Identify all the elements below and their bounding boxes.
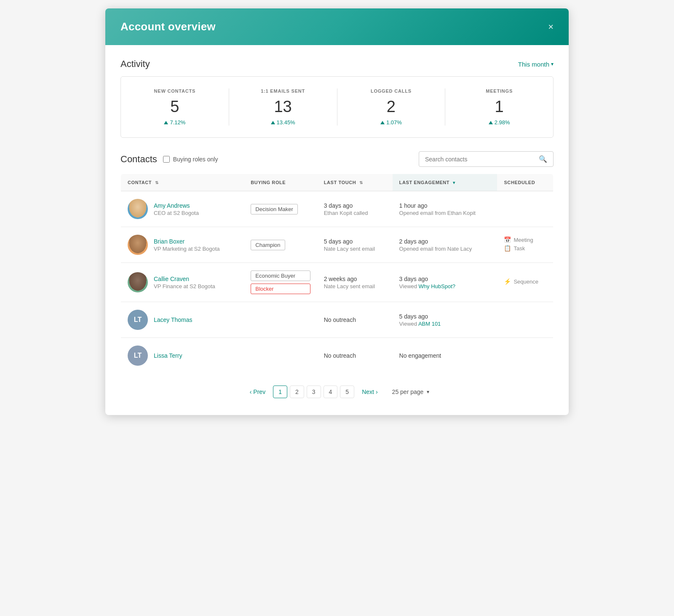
last-touch-lissa: No outreach (317, 338, 393, 374)
page-button-1[interactable]: 1 (273, 386, 287, 398)
page-button-3[interactable]: 3 (307, 386, 321, 398)
last-touch-amy: 3 days ago Ethan Kopit called (317, 191, 393, 227)
task-icon: 📋 (504, 245, 511, 252)
avatar-amy (128, 199, 148, 219)
sort-icon-last-touch: ⇅ (359, 180, 363, 185)
filter-label: This month (518, 61, 549, 68)
up-arrow-icon (271, 121, 275, 124)
sort-icon-last-engagement: ▾ (453, 180, 455, 185)
avatar-callie (128, 272, 148, 292)
next-button[interactable]: Next › (357, 386, 382, 398)
scheduled-brian: 📅 Meeting 📋 Task (497, 227, 553, 263)
metric-value-meetings: 1 (445, 98, 553, 116)
avatar-lissa: LT (128, 345, 148, 366)
metric-label-new-contacts: NEW CONTACTS (121, 88, 229, 94)
metric-label-meetings: MEETINGS (445, 88, 553, 94)
metric-meetings: MEETINGS 1 2.98% (445, 88, 553, 126)
chevron-left-icon: ‹ (250, 388, 252, 395)
contact-title-brian: VP Marketing at S2 Bogota (154, 246, 220, 252)
buying-role-callie: Economic Buyer Blocker (244, 263, 317, 302)
contact-name-lissa[interactable]: Lissa Terry (154, 352, 182, 359)
table-row: LT Lacey Thomas No outreach 5 days ago V… (121, 302, 554, 338)
col-last-touch[interactable]: LAST TOUCH ⇅ (317, 174, 393, 191)
contacts-title-group: Contacts Buying roles only (120, 154, 218, 165)
contact-name-lacey[interactable]: Lacey Thomas (154, 316, 193, 323)
contact-cell-lacey: LT Lacey Thomas (121, 302, 244, 338)
last-engagement-brian: 2 days ago Opened email from Nate Lacy (393, 227, 497, 263)
pagination: ‹ Prev 1 2 3 4 5 Next › 25 per page ▾ (120, 374, 554, 402)
last-engagement-lacey: 5 days ago Viewed ABM 101 (393, 302, 497, 338)
contacts-section-header: Contacts Buying roles only 🔍 (120, 151, 554, 167)
activity-card: NEW CONTACTS 5 7.12% 1:1 EMAILS SENT 13 … (120, 76, 554, 138)
metric-value-logged-calls: 2 (337, 98, 445, 116)
contacts-table: CONTACT ⇅ BUYING ROLE LAST TOUCH ⇅ LAST … (120, 174, 554, 374)
table-row: LT Lissa Terry No outreach No engagement (121, 338, 554, 374)
contact-cell-brian: Brian Boxer VP Marketing at S2 Bogota (121, 227, 244, 263)
up-arrow-icon (380, 121, 385, 124)
metric-logged-calls: LOGGED CALLS 2 1.07% (337, 88, 445, 126)
page-button-5[interactable]: 5 (340, 386, 354, 398)
metric-new-contacts: NEW CONTACTS 5 7.12% (121, 88, 229, 126)
buying-roles-label: Buying roles only (173, 156, 218, 163)
per-page-chevron-icon[interactable]: ▾ (427, 389, 429, 395)
search-box: 🔍 (419, 151, 554, 167)
role-badge-economic-buyer[interactable]: Economic Buyer (251, 271, 310, 281)
role-badge-decision-maker[interactable]: Decision Maker (251, 204, 298, 214)
last-engagement-amy: 1 hour ago Opened email from Ethan Kopit (393, 191, 497, 227)
avatar-brian (128, 235, 148, 255)
page-button-2[interactable]: 2 (290, 386, 304, 398)
prev-button[interactable]: ‹ Prev (245, 386, 270, 398)
engagement-link-lacey[interactable]: ABM 101 (418, 321, 441, 327)
role-badge-blocker[interactable]: Blocker (251, 284, 310, 294)
scheduled-lissa (497, 338, 553, 374)
chevron-right-icon: › (376, 388, 378, 395)
col-buying-role: BUYING ROLE (244, 174, 317, 191)
sequence-icon: ⚡ (504, 278, 511, 285)
per-page-selector: 25 per page ▾ (392, 388, 430, 395)
buying-roles-checkbox[interactable] (163, 156, 170, 163)
metric-change-meetings: 2.98% (445, 119, 553, 126)
col-contact[interactable]: CONTACT ⇅ (121, 174, 244, 191)
buying-role-brian: Champion (244, 227, 317, 263)
buying-role-amy: Decision Maker (244, 191, 317, 227)
buying-role-lacey (244, 302, 317, 338)
contact-cell-callie: Callie Craven VP Finance at S2 Bogota (121, 263, 244, 302)
scheduled-callie: ⚡ Sequence (497, 263, 553, 302)
last-engagement-callie: 3 days ago Viewed Why HubSpot? (393, 263, 497, 302)
per-page-label: 25 per page (392, 388, 424, 395)
contact-name-callie[interactable]: Callie Craven (154, 276, 215, 282)
scheduled-task: Task (514, 245, 525, 252)
modal-header: Account overview × (105, 8, 569, 45)
engagement-link-callie[interactable]: Why HubSpot? (419, 283, 455, 289)
page-button-4[interactable]: 4 (324, 386, 338, 398)
activity-section-header: Activity This month ▾ (120, 59, 554, 70)
last-touch-lacey: No outreach (317, 302, 393, 338)
metric-change-emails-sent: 13.45% (229, 119, 337, 126)
role-badge-champion[interactable]: Champion (251, 240, 285, 250)
up-arrow-icon (489, 121, 493, 124)
account-overview-modal: Account overview × Activity This month ▾… (105, 8, 569, 415)
col-scheduled: SCHEDULED (497, 174, 553, 191)
modal-title: Account overview (120, 20, 216, 33)
last-engagement-lissa: No engagement (393, 338, 497, 374)
activity-title: Activity (120, 59, 150, 70)
close-button[interactable]: × (548, 22, 554, 32)
last-touch-brian: 5 days ago Nate Lacy sent email (317, 227, 393, 263)
col-last-engagement[interactable]: LAST ENGAGEMENT ▾ (393, 174, 497, 191)
contacts-table-body: Amy Andrews CEO at S2 Bogota Decision Ma… (121, 191, 554, 374)
metric-emails-sent: 1:1 EMAILS SENT 13 13.45% (229, 88, 337, 126)
table-row: Amy Andrews CEO at S2 Bogota Decision Ma… (121, 191, 554, 227)
buying-roles-filter[interactable]: Buying roles only (163, 156, 218, 163)
avatar-lacey: LT (128, 310, 148, 330)
metric-change-logged-calls: 1.07% (337, 119, 445, 126)
contact-cell-lissa: LT Lissa Terry (121, 338, 244, 374)
search-input[interactable] (425, 156, 535, 163)
last-touch-callie: 2 weeks ago Nate Lacy sent email (317, 263, 393, 302)
sort-icon-contact: ⇅ (155, 180, 159, 185)
contacts-title: Contacts (120, 154, 157, 165)
contact-name-amy[interactable]: Amy Andrews (154, 202, 199, 209)
activity-filter-dropdown[interactable]: This month ▾ (518, 61, 554, 68)
contact-cell-amy: Amy Andrews CEO at S2 Bogota (121, 191, 244, 227)
table-header: CONTACT ⇅ BUYING ROLE LAST TOUCH ⇅ LAST … (121, 174, 554, 191)
contact-name-brian[interactable]: Brian Boxer (154, 238, 220, 245)
